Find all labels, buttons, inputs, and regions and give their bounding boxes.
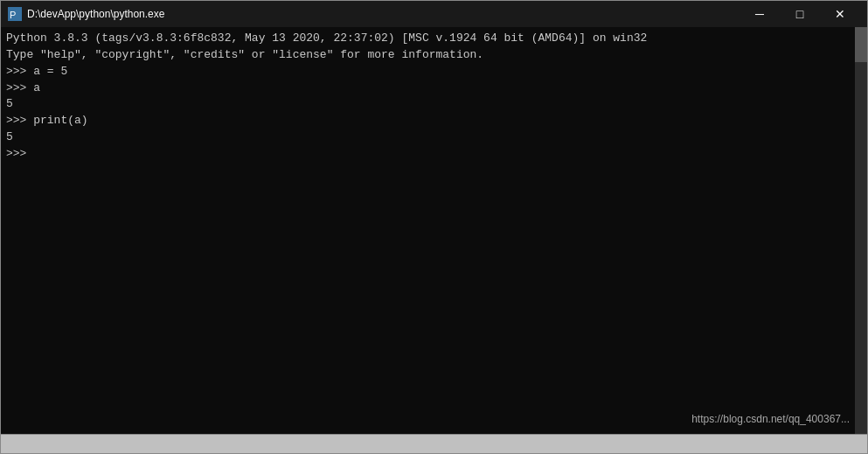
terminal-body[interactable]: Python 3.8.3 (tags/v3.8.3:6f8c832, May 1…	[1, 27, 867, 434]
terminal-output: Python 3.8.3 (tags/v3.8.3:6f8c832, May 1…	[6, 31, 862, 163]
title-bar: P D:\devApp\python\python.exe ─ □ ✕	[1, 1, 867, 27]
maximize-button[interactable]: □	[780, 1, 820, 27]
svg-text:P: P	[10, 10, 16, 20]
title-bar-text: D:\devApp\python\python.exe	[27, 8, 740, 20]
close-button[interactable]: ✕	[820, 1, 860, 27]
scrollbar-thumb[interactable]	[855, 27, 867, 62]
window: P D:\devApp\python\python.exe ─ □ ✕ Pyth…	[0, 0, 868, 454]
title-bar-controls: ─ □ ✕	[740, 1, 860, 27]
watermark: https://blog.csdn.net/qq_400367...	[691, 412, 850, 427]
minimize-button[interactable]: ─	[740, 1, 780, 27]
bottom-bar	[1, 434, 867, 453]
scrollbar[interactable]	[855, 27, 867, 434]
app-icon: P	[8, 7, 22, 21]
